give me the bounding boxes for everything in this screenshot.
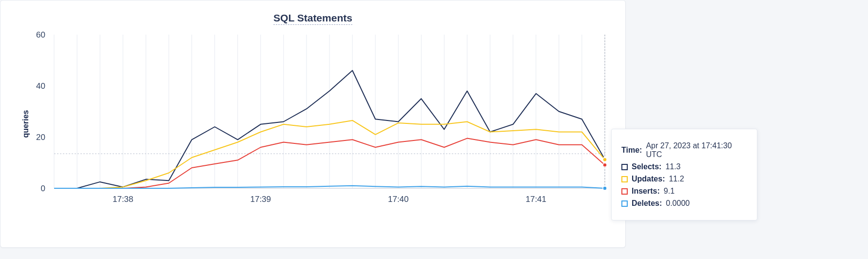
tooltip-value-inserts: 9.1 <box>664 187 675 196</box>
tooltip-label-deletes: Deletes: <box>632 199 662 208</box>
swatch-deletes-icon <box>621 200 628 207</box>
svg-text:20: 20 <box>36 133 45 142</box>
svg-text:17:40: 17:40 <box>388 195 409 204</box>
tooltip-row-selects: Selects: 11.3 <box>621 162 747 171</box>
chart-panel: SQL Statements queries 0204060 17:3817:3… <box>0 0 868 259</box>
plot-area[interactable]: 0204060 17:3817:3917:4017:41 <box>54 35 605 188</box>
chart-svg: 0204060 17:3817:3917:4017:41 <box>54 35 605 188</box>
tooltip-value-selects: 11.3 <box>665 162 680 171</box>
svg-text:40: 40 <box>36 81 45 91</box>
svg-text:17:39: 17:39 <box>250 195 271 204</box>
y-axis-label: queries <box>21 110 30 138</box>
tooltip-value-deletes: 0.0000 <box>666 199 690 208</box>
chart-title-text: SQL Statements <box>273 12 352 25</box>
tooltip-label-selects: Selects: <box>632 162 661 171</box>
tooltip-label-inserts: Inserts: <box>632 187 660 196</box>
tooltip-time-value: Apr 27, 2023 at 17:41:30 UTC <box>646 141 747 159</box>
cursor-dot-deletes <box>603 186 607 190</box>
swatch-updates-icon <box>621 176 628 182</box>
svg-text:17:38: 17:38 <box>113 195 134 204</box>
tooltip-row-deletes: Deletes: 0.0000 <box>621 199 747 208</box>
swatch-inserts-icon <box>621 188 628 195</box>
tooltip-time-row: Time: Apr 27, 2023 at 17:41:30 UTC <box>621 141 747 159</box>
swatch-selects-icon <box>621 164 628 170</box>
tooltip-row-updates: Updates: 11.2 <box>621 175 747 183</box>
tooltip-label-updates: Updates: <box>632 175 665 183</box>
tooltip-row-inserts: Inserts: 9.1 <box>621 187 747 196</box>
tooltip-panel: Time: Apr 27, 2023 at 17:41:30 UTC Selec… <box>611 129 757 220</box>
tooltip-time-label: Time: <box>621 146 642 155</box>
svg-text:17:41: 17:41 <box>525 195 546 204</box>
tooltip-value-updates: 11.2 <box>669 175 684 183</box>
svg-text:0: 0 <box>41 184 45 193</box>
chart-card: SQL Statements queries 0204060 17:3817:3… <box>0 0 626 248</box>
cursor-dot-inserts <box>603 163 607 167</box>
cursor-dot-updates <box>603 158 607 161</box>
svg-text:60: 60 <box>36 30 45 40</box>
chart-title: SQL Statements <box>0 12 625 24</box>
